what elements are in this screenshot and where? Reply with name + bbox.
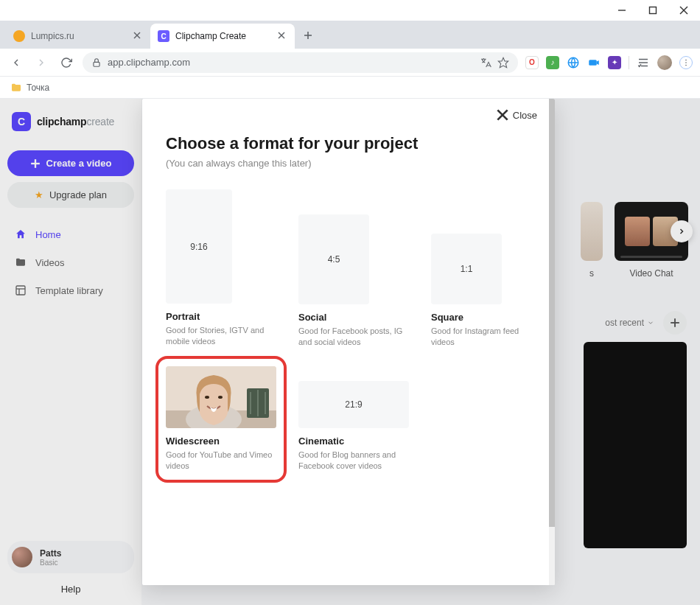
forward-button[interactable] <box>32 54 50 71</box>
format-grid: 9:16 Portrait Good for Stories, IGTV and… <box>166 189 531 472</box>
format-preview: 1:1 <box>431 234 502 304</box>
format-preview: 4:5 <box>298 214 369 304</box>
format-widescreen[interactable]: Widescreen Good for YouTube and Vimeo vi… <box>163 363 279 475</box>
window-titlebar <box>0 0 700 21</box>
extension-icon[interactable] <box>567 56 580 69</box>
modal-subtitle: (You can always change this later) <box>166 158 531 169</box>
browser-tab-clipchamp[interactable]: C Clipchamp Create <box>150 24 295 49</box>
window-close-button[interactable] <box>673 0 694 21</box>
format-name: Portrait <box>166 311 276 322</box>
browser-tab-strip: Lumpics.ru C Clipchamp Create <box>0 21 700 49</box>
translate-icon[interactable] <box>480 57 491 69</box>
app-content: C clipchampcreate Create a video ★ Upgra… <box>0 99 700 605</box>
tab-close-icon[interactable] <box>133 31 143 41</box>
format-name: Social <box>298 312 409 323</box>
scrollbar[interactable] <box>549 99 555 585</box>
folder-icon <box>10 82 22 94</box>
browser-tab-lumpics[interactable]: Lumpics.ru <box>6 24 150 49</box>
extensions-row: O ♪ ✦ <box>525 55 693 70</box>
svg-point-17 <box>685 59 687 60</box>
extension-icon[interactable]: ♪ <box>546 56 559 69</box>
svg-rect-13 <box>589 60 597 66</box>
svg-marker-11 <box>498 57 508 67</box>
close-icon <box>497 109 508 121</box>
url-text: app.clipchamp.com <box>108 57 190 68</box>
svg-point-36 <box>205 396 209 399</box>
lock-icon <box>91 57 102 68</box>
format-preview <box>166 366 276 428</box>
star-icon[interactable] <box>497 57 509 69</box>
format-cinematic[interactable]: 21:9 Cinematic Good for Blog banners and… <box>298 366 409 472</box>
format-preview: 21:9 <box>298 381 409 428</box>
minimize-button[interactable] <box>612 0 632 21</box>
profile-avatar[interactable] <box>657 55 672 70</box>
bookmarks-bar: Точка <box>0 77 700 99</box>
format-desc: Good for Stories, IGTV and mobile videos <box>166 325 276 348</box>
address-bar[interactable]: app.clipchamp.com <box>83 52 518 73</box>
tab-title: Lumpics.ru <box>31 31 127 41</box>
format-square[interactable]: 1:1 Square Good for Instagram feed video… <box>431 189 531 349</box>
format-desc: Good for YouTube and Vimeo videos <box>166 450 276 472</box>
extension-icon[interactable]: O <box>525 56 539 69</box>
back-button[interactable] <box>7 54 25 71</box>
svg-point-19 <box>685 64 687 66</box>
kebab-menu-icon[interactable] <box>679 56 693 69</box>
tab-title: Clipchamp Create <box>175 31 271 41</box>
reload-button[interactable] <box>57 54 75 71</box>
tab-close-icon[interactable] <box>277 31 287 41</box>
favicon-icon: C <box>158 30 169 42</box>
svg-point-37 <box>218 396 223 399</box>
modal-close-button[interactable]: Close <box>497 109 537 121</box>
modal-title: Choose a format for your project <box>166 134 531 153</box>
format-portrait[interactable]: 9:16 Portrait Good for Stories, IGTV and… <box>166 189 276 349</box>
format-desc: Good for Facebook posts, IG and social v… <box>298 326 409 349</box>
format-name: Cinematic <box>298 436 409 447</box>
format-desc: Good for Blog banners and Facebook cover… <box>298 450 409 472</box>
person-image <box>166 366 276 428</box>
reading-list-icon[interactable] <box>637 56 650 69</box>
favicon-icon <box>13 30 25 42</box>
svg-rect-10 <box>94 62 99 66</box>
extension-icon[interactable]: ✦ <box>608 56 621 69</box>
svg-rect-1 <box>650 7 657 14</box>
bookmark-item[interactable]: Точка <box>27 83 49 93</box>
maximize-button[interactable] <box>643 0 663 21</box>
svg-point-18 <box>685 62 687 63</box>
browser-toolbar: app.clipchamp.com O ♪ ✦ <box>0 49 700 77</box>
format-desc: Good for Instagram feed videos <box>431 326 531 349</box>
format-name: Square <box>431 312 531 323</box>
format-social[interactable]: 4:5 Social Good for Facebook posts, IG a… <box>298 189 409 349</box>
format-name: Widescreen <box>166 436 276 447</box>
format-preview: 9:16 <box>166 189 232 304</box>
close-label: Close <box>513 110 537 121</box>
new-tab-button[interactable] <box>298 25 318 46</box>
extension-icon[interactable] <box>587 56 601 69</box>
format-modal: Close Choose a format for your project (… <box>142 99 555 585</box>
